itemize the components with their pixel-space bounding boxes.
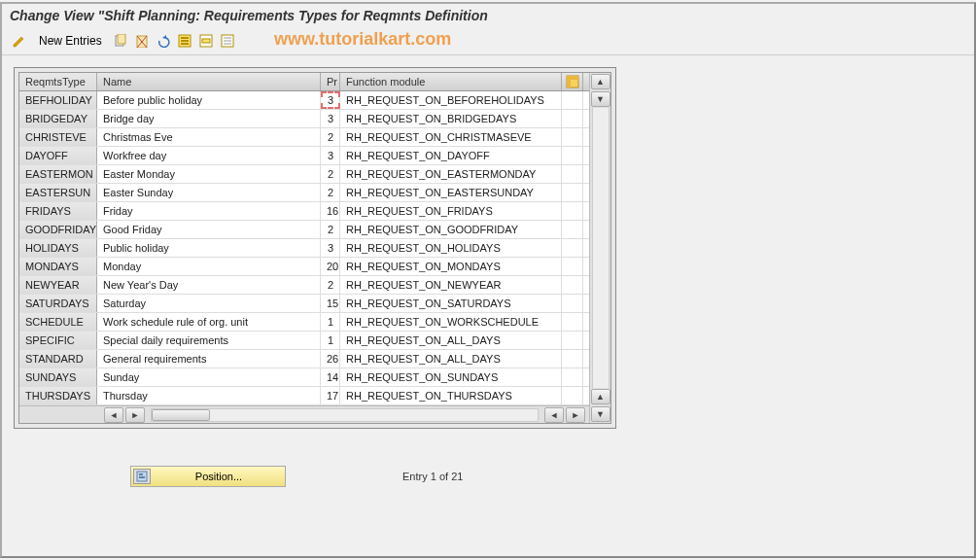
vscroll-track[interactable]	[592, 108, 610, 388]
table-row[interactable]: FRIDAYSFriday16RH_REQUEST_ON_FRIDAYS	[19, 202, 589, 221]
scroll-up-icon[interactable]: ▲	[591, 74, 610, 89]
table-row[interactable]: DAYOFFWorkfree day3RH_REQUEST_ON_DAYOFF	[19, 147, 589, 165]
cell-fm[interactable]: RH_REQUEST_ON_CHRISTMASEVE	[340, 128, 562, 146]
cell-fm[interactable]: RH_REQUEST_ON_EASTERMONDAY	[340, 165, 562, 183]
cell-type[interactable]: DAYOFF	[19, 147, 97, 164]
cell-fm[interactable]: RH_REQUEST_ON_BRIDGEDAYS	[340, 110, 562, 127]
cell-fm[interactable]: RH_REQUEST_ON_WORKSCHEDULE	[340, 313, 562, 331]
cell-type[interactable]: EASTERSUN	[19, 184, 97, 201]
cell-type[interactable]: BEFHOLIDAY	[19, 91, 97, 109]
cell-type[interactable]: FRIDAYS	[19, 202, 97, 220]
hscroll-thumb[interactable]	[152, 409, 210, 421]
cell-pr[interactable]: 1	[321, 332, 340, 349]
cell-type[interactable]: SATURDAYS	[19, 295, 97, 312]
cell-fm[interactable]: RH_REQUEST_ON_HOLIDAYS	[340, 239, 562, 257]
cell-type[interactable]: SUNDAYS	[19, 368, 97, 386]
cell-pr[interactable]: 2	[321, 276, 340, 294]
cell-type[interactable]: GOODFRIDAY	[19, 221, 97, 238]
cell-type[interactable]: CHRISTEVE	[19, 128, 97, 146]
scroll-right-icon[interactable]: ►	[125, 407, 145, 423]
table-row[interactable]: HOLIDAYSPublic holiday3RH_REQUEST_ON_HOL…	[19, 239, 589, 258]
table-row[interactable]: EASTERMONEaster Monday2RH_REQUEST_ON_EAS…	[19, 165, 589, 184]
cell-pr[interactable]: 17	[321, 387, 340, 404]
cell-name[interactable]: Good Friday	[97, 221, 321, 238]
table-row[interactable]: SUNDAYSSunday14RH_REQUEST_ON_SUNDAYS	[19, 368, 589, 387]
cell-type[interactable]: BRIDGEDAY	[19, 110, 97, 127]
cell-type[interactable]: HOLIDAYS	[19, 239, 97, 257]
new-entries-button[interactable]: New Entries	[33, 34, 108, 48]
col-header-fm[interactable]: Function module	[340, 73, 562, 90]
cell-name[interactable]: General requirements	[97, 350, 321, 368]
table-row[interactable]: STANDARDGeneral requirements26RH_REQUEST…	[19, 350, 589, 368]
cell-fm[interactable]: RH_REQUEST_ON_SATURDAYS	[340, 295, 562, 312]
scroll-up-end-icon[interactable]: ▲	[591, 389, 610, 404]
cell-name[interactable]: Friday	[97, 202, 321, 220]
table-row[interactable]: EASTERSUNEaster Sunday2RH_REQUEST_ON_EAS…	[19, 184, 589, 202]
table-row[interactable]: SATURDAYSSaturday15RH_REQUEST_ON_SATURDA…	[19, 295, 589, 313]
vertical-scrollbar[interactable]: ▲ ▼ ▲ ▼	[589, 73, 610, 423]
cell-type[interactable]: EASTERMON	[19, 165, 97, 183]
cell-fm[interactable]: RH_REQUEST_ON_MONDAYS	[340, 258, 562, 275]
cell-fm[interactable]: RH_REQUEST_ON_ALL_DAYS	[340, 332, 562, 349]
cell-type[interactable]: STANDARD	[19, 350, 97, 368]
cell-pr[interactable]: 15	[321, 295, 340, 312]
cell-pr[interactable]: 3	[321, 239, 340, 257]
select-block-icon[interactable]	[197, 32, 215, 50]
cell-name[interactable]: Sunday	[97, 368, 321, 386]
cell-fm[interactable]: RH_REQUEST_ON_THURSDAYS	[340, 387, 562, 404]
cell-name[interactable]: Before public holiday	[97, 91, 321, 109]
toggle-change-icon[interactable]	[10, 31, 29, 51]
cell-name[interactable]: Thursday	[97, 387, 321, 404]
cell-type[interactable]: SPECIFIC	[19, 332, 97, 349]
scroll-down-icon[interactable]: ▼	[591, 91, 610, 107]
cell-name[interactable]: Easter Monday	[97, 165, 321, 183]
col-header-pr[interactable]: Pr	[321, 73, 340, 90]
cell-pr[interactable]: 1	[321, 313, 340, 331]
cell-fm[interactable]: RH_REQUEST_ON_NEWYEAR	[340, 276, 562, 294]
col-header-type[interactable]: ReqmtsType	[19, 73, 97, 90]
cell-pr[interactable]: 26	[321, 350, 340, 368]
cell-name[interactable]: New Year's Day	[97, 276, 321, 294]
cell-type[interactable]: THURSDAYS	[19, 387, 97, 404]
table-row[interactable]: CHRISTEVEChristmas Eve2RH_REQUEST_ON_CHR…	[19, 128, 589, 147]
table-row[interactable]: THURSDAYSThursday17RH_REQUEST_ON_THURSDA…	[19, 387, 589, 405]
scroll-right-end-icon[interactable]: ►	[566, 407, 585, 423]
table-row[interactable]: SPECIFICSpecial daily requirements1RH_RE…	[19, 332, 589, 350]
cell-name[interactable]: Easter Sunday	[97, 184, 321, 201]
cell-pr[interactable]: 2	[321, 221, 340, 238]
cell-pr[interactable]: 3	[321, 110, 340, 127]
cell-name[interactable]: Saturday	[97, 295, 321, 312]
col-header-name[interactable]: Name	[97, 73, 321, 90]
cell-name[interactable]: Workfree day	[97, 147, 321, 164]
cell-fm[interactable]: RH_REQUEST_ON_SUNDAYS	[340, 368, 562, 386]
delete-icon[interactable]	[133, 32, 151, 50]
cell-pr[interactable]: 3	[321, 91, 340, 109]
cell-pr[interactable]: 2	[321, 184, 340, 201]
copy-icon[interactable]	[112, 32, 129, 50]
cell-type[interactable]: SCHEDULE	[19, 313, 97, 331]
table-row[interactable]: BRIDGEDAYBridge day3RH_REQUEST_ON_BRIDGE…	[19, 110, 589, 128]
cell-name[interactable]: Work schedule rule of org. unit	[97, 313, 321, 331]
scroll-left-icon[interactable]: ◄	[104, 407, 123, 423]
undo-icon[interactable]	[155, 32, 172, 50]
scroll-down-end-icon[interactable]: ▼	[591, 406, 610, 422]
cell-fm[interactable]: RH_REQUEST_ON_FRIDAYS	[340, 202, 562, 220]
cell-name[interactable]: Public holiday	[97, 239, 321, 257]
cell-fm[interactable]: RH_REQUEST_ON_BEFOREHOLIDAYS	[340, 91, 562, 109]
table-row[interactable]: MONDAYSMonday20RH_REQUEST_ON_MONDAYS	[19, 258, 589, 276]
select-all-icon[interactable]	[176, 32, 193, 50]
cell-name[interactable]: Christmas Eve	[97, 128, 321, 146]
cell-type[interactable]: MONDAYS	[19, 258, 97, 275]
cell-pr[interactable]: 3	[321, 147, 340, 164]
deselect-all-icon[interactable]	[219, 32, 236, 50]
cell-fm[interactable]: RH_REQUEST_ON_EASTERSUNDAY	[340, 184, 562, 201]
cell-name[interactable]: Monday	[97, 258, 321, 275]
table-row[interactable]: NEWYEARNew Year's Day2RH_REQUEST_ON_NEWY…	[19, 276, 589, 295]
cell-name[interactable]: Special daily requirements	[97, 332, 321, 349]
table-row[interactable]: BEFHOLIDAYBefore public holiday3RH_REQUE…	[19, 91, 589, 110]
table-row[interactable]: GOODFRIDAYGood Friday2RH_REQUEST_ON_GOOD…	[19, 221, 589, 239]
cell-fm[interactable]: RH_REQUEST_ON_ALL_DAYS	[340, 350, 562, 368]
cell-pr[interactable]: 14	[321, 368, 340, 386]
cell-pr[interactable]: 20	[321, 258, 340, 275]
horizontal-scrollbar[interactable]: ◄ ► ◄ ►	[19, 405, 589, 423]
